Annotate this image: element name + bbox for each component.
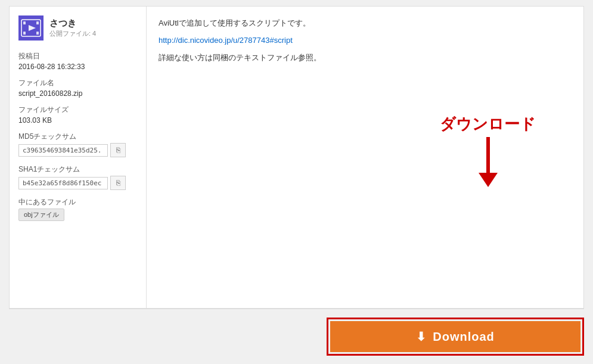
arrow-head [479, 173, 498, 187]
sha1-copy-button[interactable]: ⎘ [110, 176, 126, 190]
contents-label: 中にあるファイル [18, 197, 137, 207]
svg-rect-2 [23, 21, 26, 24]
download-button-wrapper: ⬇ Download [327, 318, 584, 356]
main-container: さつき 公開ファイル: 4 投稿日 2016-08-28 16:32:33 ファ… [0, 0, 593, 364]
copy-icon-2: ⎘ [116, 179, 120, 187]
post-date-section: 投稿日 2016-08-28 16:32:33 [18, 51, 137, 71]
md5-copy-button[interactable]: ⎘ [110, 143, 126, 157]
post-date-label: 投稿日 [18, 51, 137, 61]
copy-icon: ⎘ [116, 146, 120, 154]
annotation-area: ダウンロード [440, 114, 536, 187]
arrow-shaft [486, 137, 490, 173]
annotation-label: ダウンロード [440, 114, 536, 135]
post-date-value: 2016-08-28 16:32:33 [18, 63, 137, 71]
file-icon [18, 15, 44, 41]
filename-section: ファイル名 script_20160828.zip [18, 78, 137, 98]
svg-rect-4 [23, 32, 26, 35]
download-button-label: Download [433, 330, 495, 344]
public-files-count: 公開ファイル: 4 [49, 29, 96, 38]
filesize-label: ファイルサイズ [18, 105, 137, 115]
content-area: さつき 公開ファイル: 4 投稿日 2016-08-28 16:32:33 ファ… [9, 6, 584, 309]
sha1-row: ⎘ [18, 176, 137, 190]
sha1-input[interactable] [18, 177, 108, 189]
svg-rect-5 [36, 32, 39, 35]
filesize-value: 103.03 KB [18, 116, 137, 125]
filename-value: script_20160828.zip [18, 89, 137, 98]
md5-section: MD5チェックサム ⎘ [18, 132, 137, 157]
sha1-section: SHA1チェックサム ⎘ [18, 164, 137, 190]
left-panel: さつき 公開ファイル: 4 投稿日 2016-08-28 16:32:33 ファ… [10, 7, 147, 308]
description-line2: 詳細な使い方は同梱のテキストファイル参照。 [159, 52, 572, 64]
right-panel: AviUtlで追加して使用するスクリプトです。 http://dic.nicov… [147, 7, 583, 308]
md5-row: ⎘ [18, 143, 137, 157]
description-link[interactable]: http://dic.nicovideo.jp/u/2787743#script [159, 36, 293, 45]
contents-tag[interactable]: objファイル [18, 209, 64, 221]
filesize-section: ファイルサイズ 103.03 KB [18, 105, 137, 125]
filename-label: ファイル名 [18, 78, 137, 88]
svg-rect-3 [36, 21, 39, 24]
file-title: さつき [49, 18, 96, 29]
contents-section: 中にあるファイル objファイル [18, 197, 137, 221]
md5-input[interactable] [18, 144, 108, 157]
file-title-area: さつき 公開ファイル: 4 [49, 18, 96, 38]
download-button[interactable]: ⬇ Download [330, 321, 580, 352]
download-icon: ⬇ [416, 329, 427, 344]
bottom-bar: ⬇ Download [0, 309, 593, 364]
sha1-label: SHA1チェックサム [18, 164, 137, 175]
film-icon [18, 15, 44, 41]
md5-label: MD5チェックサム [18, 132, 137, 142]
arrow-down [479, 137, 498, 187]
file-header: さつき 公開ファイル: 4 [18, 15, 137, 41]
description-line1: AviUtlで追加して使用するスクリプトです。 [159, 17, 572, 30]
